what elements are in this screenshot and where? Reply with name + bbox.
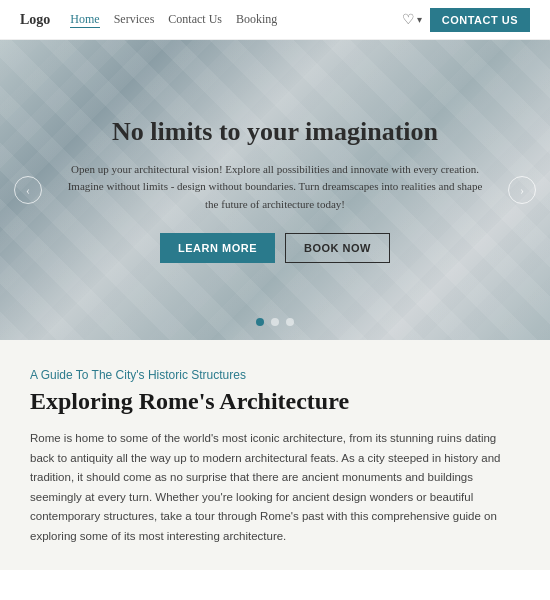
dot-1[interactable] [256, 318, 264, 326]
hero-arrow-right[interactable]: › [508, 176, 536, 204]
contact-button[interactable]: CONTACT US [430, 8, 530, 32]
hero-arrow-left[interactable]: ‹ [14, 176, 42, 204]
hero-dots [256, 318, 294, 326]
article-section: A Guide To The City's Historic Structure… [0, 340, 550, 570]
hero-section: ‹ No limits to your imagination Open up … [0, 40, 550, 340]
learn-more-button[interactable]: LEARN MORE [160, 233, 275, 263]
logo: Logo [20, 12, 50, 28]
book-now-button[interactable]: BOOK NOW [285, 233, 390, 263]
nav-link-home[interactable]: Home [70, 12, 99, 28]
nav-link-services[interactable]: Services [114, 12, 155, 27]
navbar: Logo Home Services Contact Us Booking ♡ … [0, 0, 550, 40]
article-subtitle: A Guide To The City's Historic Structure… [30, 368, 520, 382]
article-body: Rome is home to some of the world's most… [30, 429, 520, 546]
heart-icon: ♡ [402, 11, 415, 28]
dot-3[interactable] [286, 318, 294, 326]
hero-subtitle: Open up your architectural vision! Explo… [65, 161, 485, 214]
hero-title: No limits to your imagination [65, 117, 485, 147]
hero-buttons: LEARN MORE BOOK NOW [65, 233, 485, 263]
hero-content: No limits to your imagination Open up yo… [5, 117, 545, 264]
nav-link-contact[interactable]: Contact Us [168, 12, 222, 27]
dot-2[interactable] [271, 318, 279, 326]
services-section: Services ROOM DESIGN All services are av… [0, 570, 550, 600]
article-title: Exploring Rome's Architecture [30, 388, 520, 415]
nav-link-booking[interactable]: Booking [236, 12, 277, 27]
nav-right: ♡ ▾ CONTACT US [402, 8, 530, 32]
heart-button[interactable]: ♡ ▾ [402, 11, 422, 28]
nav-links: Home Services Contact Us Booking [70, 12, 401, 28]
chevron-down-icon: ▾ [417, 14, 422, 25]
